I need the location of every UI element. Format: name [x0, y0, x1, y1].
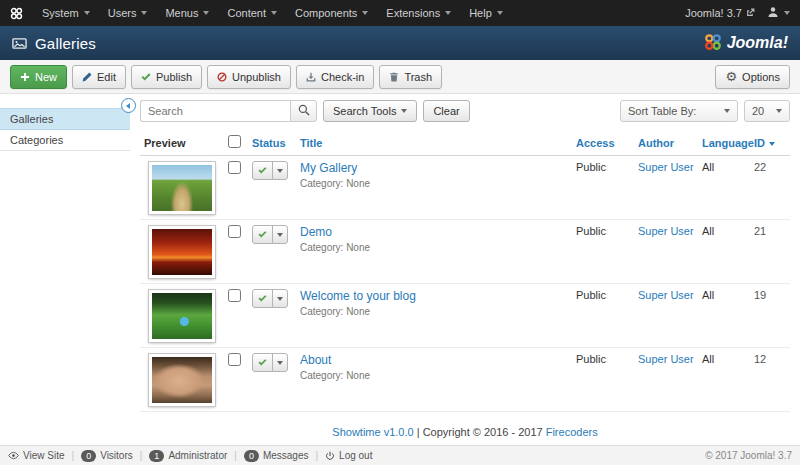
row-checkbox[interactable] [228, 225, 241, 238]
status-log-out[interactable]: Log out [325, 450, 372, 461]
status-publish-button[interactable] [252, 161, 273, 180]
checkin-button[interactable]: Check-in [296, 65, 374, 89]
column-header-title[interactable]: Title [300, 137, 322, 149]
top-menu-item-label: Users [108, 7, 137, 19]
status-button-group [252, 161, 288, 180]
select-all-checkbox[interactable] [228, 135, 241, 148]
options-button[interactable]: ⚙ Options [715, 65, 790, 89]
table-header: Preview Status Title Access Author Langu… [140, 130, 790, 156]
table-row: Welcome to your blog Category: None Publ… [140, 284, 790, 348]
search-button[interactable] [290, 100, 317, 122]
joomla-version-label: Joomla! 3.7 [685, 7, 742, 19]
edit-button[interactable]: Edit [72, 65, 126, 89]
author-link[interactable]: Super User [638, 353, 694, 365]
id-cell: 21 [750, 220, 790, 284]
edit-button-label: Edit [97, 71, 116, 83]
search-tools-button[interactable]: Search Tools [323, 100, 417, 122]
author-link[interactable]: Super User [638, 225, 694, 237]
status-dropdown-button[interactable] [272, 225, 288, 244]
top-menu-item-label: Help [469, 7, 492, 19]
status-publish-button[interactable] [252, 225, 273, 244]
sidebar-item-categories[interactable]: Categories [0, 130, 130, 150]
status-item-label: Administrator [168, 450, 227, 461]
check-icon [258, 355, 267, 370]
status-bar-items: View Site|0Visitors|1Administrator|0Mess… [8, 450, 372, 462]
gallery-category-label: Category: None [300, 242, 568, 253]
author-link[interactable]: Super User [638, 161, 694, 173]
top-menu-item-help[interactable]: Help [460, 0, 512, 26]
top-menu-item-extensions[interactable]: Extensions [377, 0, 460, 26]
firecoders-link[interactable]: Firecoders [546, 426, 598, 438]
status-dropdown-button[interactable] [272, 161, 288, 180]
gallery-thumbnail-image[interactable] [149, 226, 215, 278]
top-menu-item-content[interactable]: Content [218, 0, 286, 26]
status-administrator[interactable]: 1Administrator [149, 450, 227, 462]
status-dropdown-button[interactable] [272, 353, 288, 372]
showtime-version-link[interactable]: Showtime v1.0.0 [332, 426, 413, 438]
status-visitors[interactable]: 0Visitors [81, 450, 133, 462]
joomla-admin-page: SystemUsersMenusContentComponentsExtensi… [0, 0, 800, 465]
chevron-down-icon [141, 11, 147, 15]
table-row: Demo Category: None Public Super User Al… [140, 220, 790, 284]
author-link[interactable]: Super User [638, 289, 694, 301]
search-input[interactable] [140, 100, 290, 122]
page-header: Galleries Joomla! [0, 26, 800, 60]
top-menu-item-system[interactable]: System [33, 0, 99, 26]
checkin-icon [306, 72, 316, 82]
trash-button[interactable]: Trash [379, 65, 442, 89]
status-messages[interactable]: 0Messages [244, 450, 309, 462]
access-cell: Public [572, 220, 634, 284]
top-menu-item-components[interactable]: Components [286, 0, 377, 26]
admin-bar-spacer [512, 0, 675, 26]
page-size-select[interactable]: 20 [744, 100, 790, 122]
status-view-site[interactable]: View Site [8, 450, 65, 461]
language-cell: All [698, 156, 750, 220]
gallery-category-label: Category: None [300, 370, 568, 381]
column-header-language[interactable]: Language [702, 137, 754, 149]
gallery-title-link[interactable]: About [300, 353, 331, 367]
status-publish-button[interactable] [252, 289, 273, 308]
status-item-label: Visitors [100, 450, 133, 461]
gallery-thumbnail-image[interactable] [149, 354, 215, 406]
gallery-title-link[interactable]: My Gallery [300, 161, 357, 175]
sort-table-by-select[interactable]: Sort Table By: [620, 100, 738, 122]
chevron-down-icon [84, 11, 90, 15]
gallery-title-link[interactable]: Demo [300, 225, 332, 239]
chevron-down-icon [277, 233, 283, 237]
status-bar-separator: | [315, 450, 318, 461]
gallery-title-link[interactable]: Welcome to your blog [300, 289, 416, 303]
gallery-thumbnail-image[interactable] [149, 162, 215, 214]
status-publish-button[interactable] [252, 353, 273, 372]
user-menu-button[interactable] [767, 6, 790, 20]
chevron-down-icon [497, 11, 503, 15]
row-checkbox[interactable] [228, 289, 241, 302]
row-checkbox[interactable] [228, 161, 241, 174]
new-button[interactable]: New [10, 65, 67, 89]
toolbar-buttons: NewEditPublishUnpublishCheck-inTrash [10, 65, 442, 89]
sort-table-by-label: Sort Table By: [628, 105, 696, 117]
column-header-status[interactable]: Status [252, 137, 286, 149]
column-header-id[interactable]: ID [754, 137, 775, 149]
column-header-access[interactable]: Access [576, 137, 615, 149]
publish-button[interactable]: Publish [131, 65, 202, 89]
page-title: Galleries [35, 35, 96, 52]
clear-button[interactable]: Clear [423, 100, 469, 122]
search-group [140, 100, 317, 122]
access-cell: Public [572, 156, 634, 220]
unpublish-button[interactable]: Unpublish [207, 65, 291, 89]
joomla-version-link[interactable]: Joomla! 3.7 [685, 7, 755, 19]
sidebar-item-galleries[interactable]: Galleries [0, 108, 130, 130]
column-header-author[interactable]: Author [638, 137, 674, 149]
top-menu-item-menus[interactable]: Menus [156, 0, 218, 26]
status-dropdown-button[interactable] [272, 289, 288, 308]
chevron-down-icon [724, 109, 730, 113]
sidebar-toggle-button[interactable] [121, 98, 136, 113]
top-menu: SystemUsersMenusContentComponentsExtensi… [33, 0, 512, 26]
joomla-logo-icon[interactable] [0, 0, 33, 26]
gallery-thumbnail-image[interactable] [149, 290, 215, 342]
top-menu-item-users[interactable]: Users [99, 0, 157, 26]
row-checkbox[interactable] [228, 353, 241, 366]
external-link-icon [746, 7, 755, 19]
joomla-copyright: © 2017 Joomla! 3.7 [705, 450, 792, 461]
language-cell: All [698, 220, 750, 284]
